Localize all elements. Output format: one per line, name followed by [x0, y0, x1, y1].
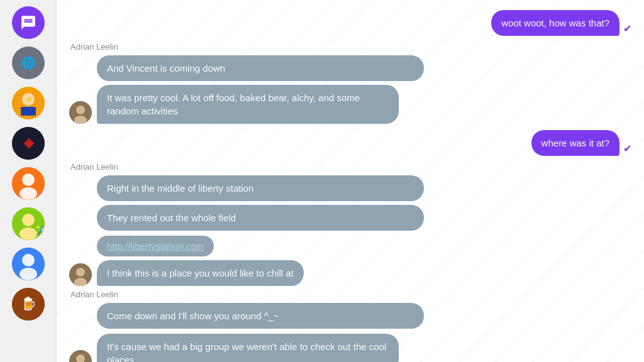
- bubble-outgoing-1: woot woot, how was that?: [491, 10, 619, 36]
- bubble-outgoing-2: where was it at?: [531, 130, 619, 156]
- incoming-single-2: It's cause we had a big group we weren't…: [69, 334, 631, 362]
- svg-text:🎾: 🎾: [36, 226, 45, 236]
- message-outgoing-2: where was it at? ✔: [69, 130, 631, 156]
- bubble-in-single-2: It's cause we had a big group we weren't…: [97, 334, 399, 362]
- incoming-group-2: Adrian Leelin Right in the middle of lib…: [69, 162, 631, 231]
- incoming-avatar-3: [69, 350, 92, 362]
- svg-point-15: [19, 268, 37, 280]
- dota-avatar[interactable]: ◈: [12, 127, 45, 160]
- incoming-avatar-1: [69, 101, 92, 124]
- svg-point-14: [22, 254, 35, 266]
- chat-icon[interactable]: [12, 6, 45, 39]
- bubble-in-2-2: They rented out the whole field: [97, 205, 424, 231]
- svg-point-10: [22, 214, 35, 226]
- tick-2: ✔: [623, 143, 631, 155]
- chat-area: woot woot, how was that? ✔ Adrian Leelin…: [57, 0, 644, 362]
- svg-text:🍺: 🍺: [20, 296, 36, 311]
- link-bubble-container: http://libertystation.com: [69, 236, 631, 260]
- person-blue-avatar[interactable]: [12, 248, 45, 280]
- sender-name-3: Adrian Leelin: [70, 290, 631, 299]
- incoming-single-1: I think this is a place you would like t…: [69, 260, 631, 286]
- svg-point-22: [76, 268, 85, 277]
- sidebar: 🌐 ⚡ ◈ 🎾: [0, 0, 57, 362]
- warrior-avatar[interactable]: ⚡: [12, 87, 45, 119]
- messages-block-2: Right in the middle of liberty station T…: [97, 175, 631, 231]
- svg-point-8: [19, 187, 37, 200]
- svg-point-11: [19, 228, 37, 240]
- svg-point-7: [22, 173, 35, 186]
- svg-point-19: [76, 106, 85, 114]
- incoming-with-avatar-1: It was pretty cool. A lot off food, bake…: [69, 85, 631, 124]
- bubble-in-2-1: Right in the middle of liberty station: [97, 175, 424, 201]
- bubble-in-1-2: It was pretty cool. A lot off food, bake…: [97, 85, 399, 124]
- incoming-avatar-2: [69, 263, 92, 286]
- svg-rect-2: [21, 107, 36, 116]
- messages-block-1: And Vincent is coming down: [97, 55, 631, 81]
- svg-text:◈: ◈: [23, 136, 34, 150]
- bubble-in-1-1: And Vincent is coming down: [97, 55, 424, 81]
- tick-1: ✔: [623, 23, 631, 35]
- globe-avatar[interactable]: 🌐: [12, 47, 45, 79]
- incoming-group-1: Adrian Leelin And Vincent is coming down…: [69, 42, 631, 124]
- sender-name-1: Adrian Leelin: [70, 42, 631, 52]
- tennis-avatar[interactable]: 🎾: [12, 207, 45, 240]
- messages-block-3: Come down and I'll show you around ^_~: [97, 303, 631, 329]
- person-orange-avatar[interactable]: [12, 167, 45, 200]
- beer-avatar[interactable]: 🍺: [12, 288, 45, 321]
- incoming-group-3: Adrian Leelin Come down and I'll show yo…: [69, 290, 631, 329]
- message-outgoing-1: woot woot, how was that? ✔: [69, 10, 631, 36]
- link-bubble[interactable]: http://libertystation.com: [97, 236, 214, 256]
- sender-name-2: Adrian Leelin: [70, 162, 631, 172]
- svg-text:⚡: ⚡: [23, 94, 33, 104]
- bubble-in-single-1: I think this is a place you would like t…: [97, 260, 304, 286]
- bubble-in-3-1: Come down and I'll show you around ^_~: [97, 303, 424, 329]
